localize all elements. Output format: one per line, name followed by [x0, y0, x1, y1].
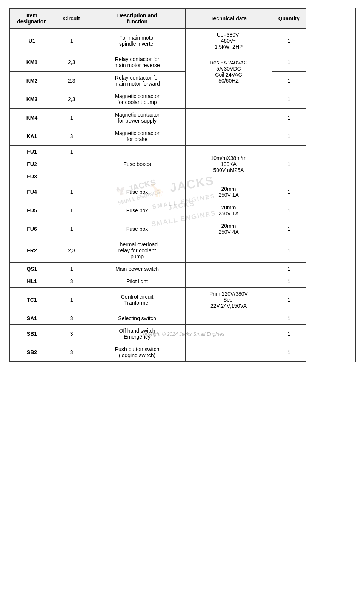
cell-description: Control circuitTranformer — [89, 288, 185, 312]
cell-designation: FU5 — [9, 201, 54, 220]
header-description: Description andfunction — [89, 9, 185, 29]
table-row: HL13Pilot light1 — [9, 275, 355, 288]
cell-description: Selecting switch — [89, 312, 185, 325]
table-row: FU61Fuse box20mm250V 4A1 — [9, 220, 355, 238]
cell-designation: U1 — [9, 29, 54, 53]
cell-technical — [186, 343, 272, 362]
cell-quantity: 1 — [272, 90, 306, 109]
table-row: FU51Fuse box20mm250V 1A1JACKSSMALL ENGIN… — [9, 201, 355, 220]
cell-description: Magnetic contactorfor brake — [89, 127, 185, 146]
cell-designation: TC1 — [9, 288, 54, 312]
cell-technical — [186, 127, 272, 146]
cell-quantity: 1 — [272, 275, 306, 288]
cell-designation: FU6 — [9, 220, 54, 238]
cell-description: Fuse box🦅 JACKSSMALL ENGINES — [89, 183, 185, 201]
cell-description: Push button switch(jogging switch) — [89, 343, 185, 362]
cell-designation: SB2 — [9, 343, 54, 362]
cell-technical: Prim 220V/380VSec.22V,24V,150VA — [186, 288, 272, 312]
cell-quantity: 1 — [272, 53, 306, 72]
table-row: U11For main motorspindle inverterUe=380V… — [9, 29, 355, 53]
header-technical: Technical data — [186, 9, 272, 29]
cell-designation: FU2 — [9, 158, 54, 170]
header-quantity: Quantity — [272, 9, 306, 29]
cell-description: Magnetic contactorfor coolant pump — [89, 90, 185, 109]
cell-description: Fuse box — [89, 201, 185, 220]
table-row: KM12,3Relay contactor formain motor reve… — [9, 53, 355, 72]
cell-quantity: 1 — [272, 146, 306, 183]
cell-quantity: 1 — [272, 72, 306, 90]
cell-technical — [186, 109, 272, 127]
cell-designation: FU3 — [9, 170, 54, 183]
cell-description: Thermal overloadrelay for coolantpump — [89, 238, 185, 263]
cell-circuit: 3 — [54, 312, 89, 325]
cell-quantity: 1 — [272, 312, 306, 325]
table-row: SB13Off hand switchEmergency1Copyright ©… — [9, 325, 355, 343]
parts-table-wrapper: Itemdesignation Circuit Description andf… — [9, 8, 356, 362]
cell-circuit: 1 — [54, 29, 89, 53]
cell-technical — [186, 263, 272, 275]
cell-quantity: 1 — [272, 201, 306, 220]
cell-quantity: 1 — [272, 29, 306, 53]
cell-technical: 10m/mX38m/m100KA500V aM25A — [186, 146, 272, 183]
cell-designation: FU1 — [9, 146, 54, 158]
cell-designation: KM4 — [9, 109, 54, 127]
cell-circuit: 2,3 — [54, 53, 89, 72]
cell-designation: SA1 — [9, 312, 54, 325]
cell-designation: KM3 — [9, 90, 54, 109]
table-row: SB23Push button switch(jogging switch)1 — [9, 343, 355, 362]
cell-technical — [186, 238, 272, 263]
table-row: KM22,3Relay contactor formain motor forw… — [9, 72, 355, 90]
cell-circuit: 2,3 — [54, 238, 89, 263]
cell-technical: Ue=380V-460V~1.5kW 2HP — [186, 29, 272, 53]
table-row: KA13Magnetic contactorfor brake1 — [9, 127, 355, 146]
cell-quantity: 1 — [272, 238, 306, 263]
table-row: KM32,3Magnetic contactorfor coolant pump… — [9, 90, 355, 109]
cell-description: Main power switch — [89, 263, 185, 275]
cell-designation: KA1 — [9, 127, 54, 146]
cell-circuit — [54, 158, 89, 170]
cell-technical: 20mm250V 1A — [186, 201, 272, 220]
cell-circuit: 2,3 — [54, 90, 89, 109]
cell-circuit: 1 — [54, 263, 89, 275]
cell-circuit: 1 — [54, 109, 89, 127]
cell-designation: SB1 — [9, 325, 54, 343]
cell-technical — [186, 325, 272, 343]
cell-description: Off hand switchEmergency — [89, 325, 185, 343]
cell-technical: 20mm250V 1A — [186, 183, 272, 201]
parts-table: Itemdesignation Circuit Description andf… — [9, 8, 355, 362]
cell-circuit: 2,3 — [54, 72, 89, 90]
cell-description: Relay contactor formain motor reverse — [89, 53, 185, 72]
cell-technical — [186, 275, 272, 288]
table-row: KM41Magnetic contactorfor power supply1 — [9, 109, 355, 127]
cell-quantity: 1 — [272, 183, 306, 201]
table-row: QS11Main power switch1 — [9, 263, 355, 275]
cell-quantity: 1 — [272, 263, 306, 275]
cell-technical — [186, 312, 272, 325]
header-designation: Itemdesignation — [9, 9, 54, 29]
cell-circuit: 1 — [54, 288, 89, 312]
cell-description: For main motorspindle inverter — [89, 29, 185, 53]
cell-quantity: 1 — [272, 325, 306, 343]
cell-designation: KM1 — [9, 53, 54, 72]
cell-description: Pilot light — [89, 275, 185, 288]
cell-circuit: 1 — [54, 201, 89, 220]
cell-designation: FU4 — [9, 183, 54, 201]
cell-description: Fuse boxes — [89, 146, 185, 183]
cell-description: Magnetic contactorfor power supply — [89, 109, 185, 127]
cell-designation: FR2 — [9, 238, 54, 263]
cell-quantity: 1 — [272, 220, 306, 238]
cell-technical — [186, 90, 272, 109]
table-row: TC11Control circuitTranformerPrim 220V/3… — [9, 288, 355, 312]
cell-designation: QS1 — [9, 263, 54, 275]
cell-quantity: 1 — [272, 288, 306, 312]
cell-technical: 20mm250V 4A — [186, 220, 272, 238]
cell-description: Relay contactor formain motor forward — [89, 72, 185, 90]
cell-quantity: 1 — [272, 109, 306, 127]
cell-description: Fuse box — [89, 220, 185, 238]
table-row: FU41Fuse box🦅 JACKSSMALL ENGINES20mm250V… — [9, 183, 355, 201]
cell-circuit: 3 — [54, 325, 89, 343]
cell-technical: Res 5A 240VAC5A 30VDCCoil 24VAC50/60HZ — [186, 53, 272, 90]
cell-circuit: 1 — [54, 220, 89, 238]
cell-circuit — [54, 170, 89, 183]
cell-circuit: 3 — [54, 127, 89, 146]
